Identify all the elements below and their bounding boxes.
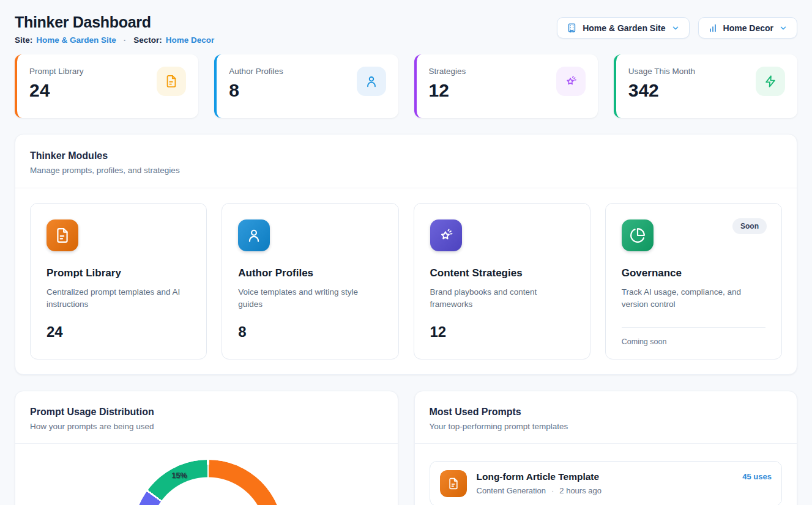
stats-row: Prompt Library 24 Author Profiles 8: [15, 54, 797, 118]
pie-chart-icon: [622, 219, 654, 251]
file-text-icon: [47, 219, 78, 251]
sparkle-star-icon: [556, 67, 586, 96]
stat-card-author-profiles[interactable]: Author Profiles 8: [214, 54, 398, 118]
sector-selector[interactable]: Home Decor: [698, 17, 797, 39]
sparkle-star-icon: [430, 219, 462, 251]
stat-card-prompt-library[interactable]: Prompt Library 24: [15, 54, 198, 118]
prompt-time: 2 hours ago: [559, 486, 602, 495]
file-text-icon: [157, 67, 186, 96]
usage-card-header: Prompt Usage Distribution How your promp…: [15, 391, 398, 444]
prompts-card-subtitle: Your top-performing prompt templates: [430, 422, 783, 431]
user-icon: [357, 67, 386, 96]
modules-panel-header: Thinker Modules Manage prompts, profiles…: [15, 135, 797, 188]
soon-badge: Soon: [732, 218, 767, 234]
page-header: Thinker Dashboard Site: Home & Garden Si…: [15, 13, 797, 45]
building-icon: [567, 23, 577, 33]
module-title: Prompt Library: [47, 267, 190, 279]
stat-card-strategies[interactable]: Strategies 12: [414, 54, 598, 118]
usage-donut-chart: 15%: [15, 444, 398, 505]
stat-label: Prompt Library: [29, 67, 84, 76]
site-selector-label: Home & Garden Site: [583, 23, 665, 33]
sector-link[interactable]: Home Decor: [166, 35, 215, 45]
module-card-content-strategies[interactable]: Content Strategies Brand playbooks and c…: [414, 203, 590, 359]
separator-dot: ·: [551, 486, 554, 495]
prompt-category: Content Generation: [477, 486, 546, 495]
bar-chart-icon: [708, 23, 718, 33]
module-description: Track AI usage, compliance, and version …: [622, 286, 765, 311]
usage-card-subtitle: How your prompts are being used: [30, 422, 383, 431]
prompts-card-header: Most Used Prompts Your top-performing pr…: [415, 391, 797, 444]
stat-label: Author Profiles: [229, 67, 283, 76]
sector-label: Sector:: [133, 35, 162, 45]
module-title: Author Profiles: [238, 267, 382, 279]
thinker-modules-panel: Thinker Modules Manage prompts, profiles…: [15, 134, 797, 375]
module-description: Centralized prompt templates and AI inst…: [47, 286, 190, 311]
modules-panel-title: Thinker Modules: [30, 150, 782, 161]
site-selector[interactable]: Home & Garden Site: [557, 17, 689, 39]
module-title: Governance: [622, 267, 765, 279]
usage-donut[interactable]: [133, 460, 283, 505]
module-card-author-profiles[interactable]: Author Profiles Voice templates and writ…: [222, 203, 398, 359]
usage-card-title: Prompt Usage Distribution: [30, 407, 383, 418]
prompt-meta: Content Generation · 2 hours ago: [477, 486, 733, 495]
chevron-down-icon: [779, 24, 788, 32]
stat-label: Strategies: [429, 67, 466, 76]
stat-value: 8: [229, 81, 283, 100]
site-label: Site:: [15, 35, 32, 45]
user-icon: [238, 219, 270, 251]
module-divider: [622, 327, 765, 328]
stat-value: 12: [429, 81, 466, 100]
coming-soon-text: Coming soon: [622, 337, 765, 346]
separator-dot: ·: [124, 35, 127, 45]
prompts-card-title: Most Used Prompts: [430, 407, 783, 418]
bottom-row: Prompt Usage Distribution How your promp…: [15, 391, 797, 505]
prompt-list-item[interactable]: Long-form Article Template Content Gener…: [430, 461, 783, 505]
file-text-icon: [440, 470, 467, 497]
module-description: Voice templates and writing style guides: [238, 286, 382, 311]
module-card-prompt-library[interactable]: Prompt Library Centralized prompt templa…: [30, 203, 207, 359]
modules-panel-subtitle: Manage prompts, profiles, and strategies: [30, 166, 782, 175]
title-block: Thinker Dashboard Site: Home & Garden Si…: [15, 13, 214, 45]
zap-icon: [756, 67, 785, 96]
usage-distribution-card: Prompt Usage Distribution How your promp…: [15, 391, 398, 505]
module-title: Content Strategies: [430, 267, 574, 279]
module-count: 24: [47, 323, 190, 341]
chevron-down-icon: [671, 24, 680, 32]
most-used-prompts-card: Most Used Prompts Your top-performing pr…: [414, 391, 798, 505]
page-title: Thinker Dashboard: [15, 13, 214, 31]
prompt-list: Long-form Article Template Content Gener…: [415, 444, 797, 505]
stat-card-usage[interactable]: Usage This Month 342: [614, 54, 797, 118]
modules-grid: Prompt Library Centralized prompt templa…: [15, 188, 797, 374]
module-card-governance[interactable]: Soon Governance Track AI usage, complian…: [605, 203, 782, 359]
stat-value: 342: [628, 81, 695, 100]
prompt-uses-badge: 45 uses: [742, 472, 772, 481]
stat-value: 24: [29, 81, 84, 100]
sector-selector-label: Home Decor: [723, 23, 773, 33]
site-link[interactable]: Home & Garden Site: [36, 35, 116, 45]
breadcrumb: Site: Home & Garden Site · Sector: Home …: [15, 35, 214, 45]
donut-segment-label: 15%: [171, 471, 187, 480]
header-selectors: Home & Garden Site Home Decor: [557, 17, 797, 39]
module-description: Brand playbooks and content frameworks: [430, 286, 574, 311]
prompt-title: Long-form Article Template: [477, 471, 733, 482]
dashboard-page: Thinker Dashboard Site: Home & Garden Si…: [0, 0, 812, 505]
module-count: 8: [238, 323, 382, 341]
module-count: 12: [430, 323, 574, 341]
stat-label: Usage This Month: [628, 67, 695, 76]
